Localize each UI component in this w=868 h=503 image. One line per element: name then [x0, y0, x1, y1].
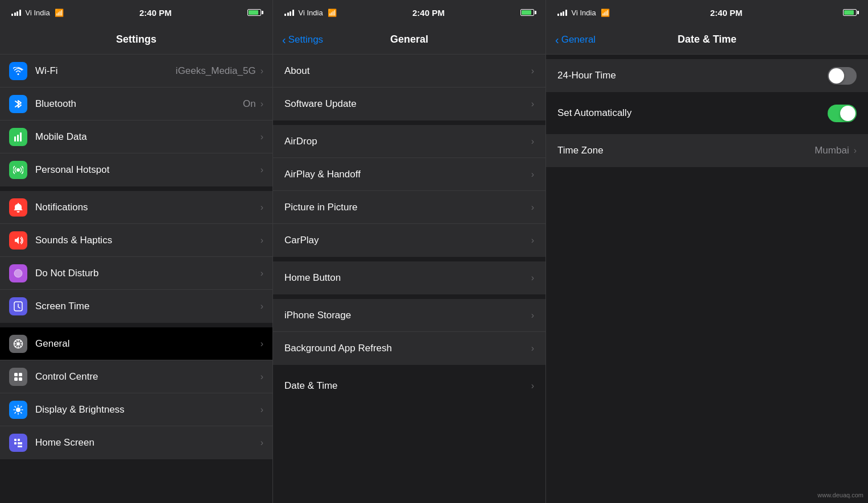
hotspot-label: Personal Hotspot — [35, 164, 261, 176]
row-software-update[interactable]: Software Update › — [273, 88, 545, 120]
row-picture-in-picture[interactable]: Picture in Picture › — [273, 191, 545, 224]
dnd-chevron: › — [261, 268, 263, 278]
notifications-icon — [9, 198, 27, 217]
svg-point-11 — [16, 408, 20, 412]
display-brightness-icon — [9, 401, 27, 419]
pip-label: Picture in Picture — [284, 202, 531, 213]
signal-icon-1 — [11, 9, 21, 16]
general-panel: Vi India 📶 2:40 PM ‹ Settings General Ab… — [273, 0, 546, 503]
section-storage: iPhone Storage › Background App Refresh … — [273, 299, 545, 365]
row-display-brightness[interactable]: Display & Brightness › — [0, 393, 272, 426]
row-date-time[interactable]: Date & Time › — [273, 369, 545, 402]
row-wifi[interactable]: Wi-Fi iGeeks_Media_5G › — [0, 55, 272, 88]
row-notifications[interactable]: Notifications › — [0, 191, 272, 224]
row-time-zone[interactable]: Time Zone Mumbai › — [546, 134, 868, 167]
date-time-panel: Vi India 📶 2:40 PM ‹ General Date & Time… — [546, 0, 868, 503]
time-3: 2:40 PM — [710, 8, 742, 18]
row-iphone-storage[interactable]: iPhone Storage › — [273, 299, 545, 332]
toggle-24-hour-knob — [829, 68, 844, 84]
back-btn-datetime[interactable]: ‹ General — [555, 34, 596, 45]
toggle-24-hour[interactable] — [828, 67, 857, 85]
toggle-set-automatically-knob — [840, 106, 855, 121]
home-screen-label: Home Screen — [35, 437, 261, 448]
settings-title: Settings — [116, 34, 156, 45]
sounds-icon — [9, 231, 27, 250]
bluetooth-value: On — [243, 98, 256, 110]
wifi-chevron: › — [261, 66, 263, 76]
iphone-storage-label: iPhone Storage — [284, 310, 531, 321]
general-icon — [9, 335, 27, 353]
row-set-automatically: Set Automatically — [546, 97, 868, 130]
notifications-label: Notifications — [35, 202, 261, 213]
svg-rect-20 — [20, 446, 22, 447]
time-2: 2:40 PM — [412, 8, 445, 18]
row-airplay-handoff[interactable]: AirPlay & Handoff › — [273, 158, 545, 191]
home-screen-chevron: › — [261, 438, 263, 448]
svg-rect-17 — [20, 442, 22, 444]
row-bg-app-refresh[interactable]: Background App Refresh › — [273, 332, 545, 365]
svg-rect-10 — [19, 377, 22, 381]
screen-time-chevron: › — [261, 301, 263, 311]
svg-rect-9 — [14, 377, 18, 381]
svg-rect-15 — [14, 442, 16, 444]
svg-rect-0 — [14, 136, 16, 142]
watermark: www.deuaq.com — [817, 492, 863, 498]
wifi-icon-1: 📶 — [55, 9, 64, 17]
screen-time-icon — [9, 297, 27, 315]
mobile-data-label: Mobile Data — [35, 131, 261, 143]
time-zone-chevron: › — [854, 146, 857, 156]
section-general: General › Control Centre › — [0, 327, 272, 459]
svg-rect-8 — [19, 373, 22, 376]
row-general[interactable]: General › — [0, 327, 272, 360]
general-panel-title: General — [390, 34, 428, 45]
settings-list[interactable]: Wi-Fi iGeeks_Media_5G › Bluetooth On › — [0, 55, 272, 503]
row-airdrop[interactable]: AirDrop › — [273, 125, 545, 158]
airdrop-label: AirDrop — [284, 136, 531, 147]
row-24-hour-time: 24-Hour Time — [546, 59, 868, 92]
row-personal-hotspot[interactable]: Personal Hotspot › — [0, 153, 272, 186]
bg-app-refresh-chevron: › — [531, 343, 534, 354]
back-label-datetime: General — [561, 34, 596, 45]
battery-fill-3 — [844, 10, 854, 15]
row-carplay[interactable]: CarPlay › — [273, 224, 545, 257]
dnd-label: Do Not Disturb — [35, 268, 261, 279]
carrier-3: Vi India 📶 — [557, 9, 610, 17]
svg-point-6 — [16, 342, 20, 346]
section-about: About › Software Update › — [273, 55, 545, 120]
row-home-screen[interactable]: Home Screen › — [0, 426, 272, 459]
row-control-centre[interactable]: Control Centre › — [0, 360, 272, 393]
svg-rect-12 — [14, 439, 16, 441]
back-btn-general[interactable]: ‹ Settings — [282, 34, 323, 45]
row-bluetooth[interactable]: Bluetooth On › — [0, 88, 272, 120]
status-bar-2: Vi India 📶 2:40 PM — [273, 0, 545, 25]
display-brightness-label: Display & Brightness — [35, 404, 261, 415]
back-label-general: Settings — [288, 34, 323, 45]
24-hour-label: 24-Hour Time — [557, 70, 828, 81]
airdrop-chevron: › — [531, 136, 534, 147]
row-about[interactable]: About › — [273, 55, 545, 88]
status-bar-3: Vi India 📶 2:40 PM — [546, 0, 868, 25]
row-home-button[interactable]: Home Button › — [273, 261, 545, 294]
wifi-icon — [9, 62, 27, 80]
wifi-label: Wi-Fi — [35, 65, 176, 77]
svg-rect-7 — [14, 373, 18, 376]
carrier-1: Vi India 📶 — [11, 9, 64, 17]
row-mobile-data[interactable]: Mobile Data › — [0, 120, 272, 153]
software-update-label: Software Update — [284, 98, 531, 110]
toggle-set-automatically[interactable] — [828, 105, 857, 122]
row-screen-time[interactable]: Screen Time › — [0, 290, 272, 323]
control-centre-chevron: › — [261, 372, 263, 382]
screen-time-label: Screen Time — [35, 301, 261, 312]
status-icons-2 — [520, 9, 534, 16]
row-sounds[interactable]: Sounds & Haptics › — [0, 224, 272, 257]
home-button-label: Home Button — [284, 272, 531, 284]
general-list[interactable]: About › Software Update › AirDrop › AirP… — [273, 55, 545, 503]
row-dnd[interactable]: Do Not Disturb › — [0, 257, 272, 290]
nav-bar-settings: Settings — [0, 25, 272, 55]
signal-icon-2 — [284, 9, 294, 16]
battery-icon-1 — [247, 9, 261, 16]
nav-bar-datetime: ‹ General Date & Time — [546, 25, 868, 55]
battery-fill-1 — [249, 10, 258, 15]
status-icons-1 — [247, 9, 261, 16]
bluetooth-chevron: › — [261, 99, 263, 109]
